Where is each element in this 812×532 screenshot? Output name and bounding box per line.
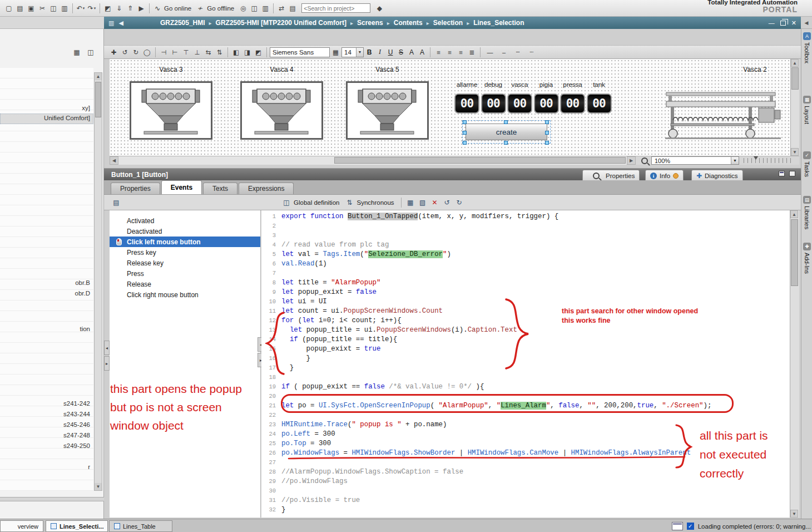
code-line[interactable]: 23HMIRuntime.Trace(" popup is " + po.nam… [261, 420, 790, 430]
portal-view-icon[interactable]: ◆ [374, 3, 385, 14]
code-line[interactable]: 9let popup_exixt = false [261, 288, 790, 297]
align-right-icon[interactable]: ⊢ [170, 47, 180, 57]
tab-overview[interactable]: verview [0, 520, 43, 532]
scrollbar-thumb[interactable] [95, 82, 101, 117]
selection-handle[interactable] [463, 141, 467, 145]
collapse-left-icon[interactable]: ◀ [118, 19, 123, 27]
text-align-center-icon[interactable]: ≡ [444, 47, 455, 57]
line-style-button[interactable]: ┄ [511, 47, 524, 57]
canvas-hscrollbar[interactable] [118, 156, 627, 165]
tree-item-label[interactable]: s247-248 [63, 432, 90, 439]
selection-handle[interactable] [545, 141, 549, 145]
code-line[interactable]: 31//po.Visible = true [261, 496, 790, 505]
script-editor[interactable]: 1export function Button_1_OnTapped(item,… [261, 210, 790, 518]
download-icon[interactable]: ⇓ [113, 3, 125, 14]
tree-item-label[interactable]: s243-244 [63, 411, 90, 417]
compile-icon[interactable]: ◩ [102, 3, 113, 14]
counter-display[interactable]: 00 [560, 93, 585, 114]
tab-texts[interactable]: Texts [203, 183, 237, 194]
tank-graphic[interactable] [240, 81, 323, 140]
distribute-v-icon[interactable]: ⇅ [214, 47, 225, 57]
side-tab-libraries[interactable]: ▤Libraries [801, 196, 812, 229]
sidebar-scrollbar[interactable]: ▲ ▼ [94, 72, 102, 491]
distribute-h-icon[interactable]: ⇆ [203, 47, 214, 57]
sidebar-expand-icon[interactable]: ▸ [104, 356, 110, 371]
code-line[interactable]: 12for (let i=0; i< count; i++){ [261, 316, 790, 326]
code-line[interactable]: 26po.WindowFlags = HMIWindowFlags.ShowBo… [261, 449, 790, 458]
scroll-up-icon[interactable]: ▲ [791, 59, 799, 67]
event-list-item[interactable]: Release key [110, 258, 260, 268]
code-line[interactable]: 8let title = "AlarmPopup" [261, 278, 790, 288]
code-line[interactable]: 17 } [261, 363, 790, 373]
underline-button[interactable]: U [385, 47, 395, 57]
sync-icon[interactable]: ⇅ [344, 197, 355, 208]
side-tab-add-ins[interactable]: ✚Add-Ins [801, 243, 812, 274]
align-left-icon[interactable]: ⊣ [159, 47, 169, 57]
tank-graphic[interactable] [346, 81, 429, 140]
collapse-panel-icon[interactable] [789, 171, 795, 176]
canvas-vscrollbar[interactable]: ▲ ▼ [790, 59, 799, 156]
code-line[interactable]: 4// read value from plc tag [261, 240, 790, 250]
tree-item-label[interactable]: s245-246 [63, 421, 90, 428]
scrollbar-thumb[interactable] [334, 157, 626, 164]
event-list-item[interactable]: Release [110, 279, 260, 289]
breadcrumb-item[interactable]: GRZ2505_HMI [160, 19, 205, 27]
scroll-right-icon[interactable]: ▶ [627, 156, 636, 165]
panel-tab-properties[interactable]: Properties [582, 170, 640, 181]
search-input[interactable] [301, 3, 370, 13]
window-split-icon[interactable]: ◫ [249, 3, 260, 14]
code-line[interactable]: 16 } [261, 354, 790, 363]
scroll-up-icon[interactable]: ▲ [790, 210, 798, 218]
code-line[interactable]: 5let val = Tags.Item("Selezione_DB_error… [261, 250, 790, 259]
scroll-down-icon[interactable]: ▼ [791, 148, 799, 156]
sidebar-collapse-icon[interactable]: ◂ [104, 341, 110, 355]
copy-icon[interactable]: ◫ [48, 3, 59, 14]
editor-tab-2[interactable]: Lines_Table [109, 520, 172, 532]
paste-icon[interactable]: ▥ [59, 3, 70, 14]
code-line[interactable]: 6val.Read(1) [261, 259, 790, 269]
event-list-item[interactable]: Activated [110, 215, 260, 226]
zoom-slider[interactable] [744, 158, 791, 163]
zoom-select[interactable]: 100% ▼ [651, 156, 739, 165]
event-list-item[interactable]: Press key [110, 247, 260, 258]
start-sim-icon[interactable]: ▶ [136, 3, 147, 14]
event-list-item[interactable]: Deactivated [110, 226, 260, 237]
counter-display[interactable]: 00 [507, 93, 532, 114]
counter-display[interactable]: 00 [587, 93, 612, 114]
justify-icon[interactable]: ≣ [467, 47, 477, 57]
new-project-icon[interactable]: ▢ [3, 3, 14, 14]
selection-handle[interactable] [545, 131, 549, 135]
code-line[interactable]: 2 [261, 221, 790, 231]
line-style-button[interactable]: – [497, 47, 511, 57]
code-line[interactable]: 10let ui = UI [261, 297, 790, 307]
code-line[interactable]: 22 [261, 411, 790, 420]
text-align-left-icon[interactable]: ≡ [433, 47, 444, 57]
tree-item-label[interactable]: r [88, 464, 90, 470]
breadcrumb-item[interactable]: Screens [357, 19, 383, 27]
tab-events[interactable]: Events [161, 180, 202, 194]
tab-expressions[interactable]: Expressions [239, 183, 294, 194]
font-size-select[interactable]: 14▼ [341, 47, 364, 57]
tree-item-label[interactable]: tion [80, 326, 90, 332]
breadcrumb-item[interactable]: Selection [433, 19, 463, 27]
event-list-item[interactable]: Click right mouse button [110, 289, 260, 300]
go-offline-icon[interactable]: ≁ [195, 3, 206, 14]
scroll-up-icon[interactable]: ▲ [95, 73, 102, 80]
scroll-down-icon[interactable]: ▼ [790, 510, 798, 518]
code-line[interactable]: 19if ( popup_exixt == false /*& val.Valu… [261, 382, 790, 392]
italic-button[interactable]: I [375, 47, 385, 57]
code-line[interactable]: 24po.Left = 300 [261, 430, 790, 439]
tree-item-label[interactable]: s249-250 [63, 442, 90, 449]
crossref-icon[interactable]: ⇄ [276, 3, 287, 14]
scroll-left-icon[interactable]: ◀ [110, 156, 118, 165]
panel-tab-diagnostics[interactable]: ✚Diagnostics [691, 170, 743, 181]
code-line[interactable]: 20 [261, 392, 790, 401]
font-increase-button[interactable]: A [407, 47, 417, 57]
accessible-devices-icon[interactable]: ◎ [237, 3, 249, 14]
selection-handle[interactable] [545, 120, 549, 124]
event-list-item[interactable]: Click left mouse button [110, 237, 260, 247]
go-online-icon[interactable]: ∿ [152, 3, 163, 14]
scroll-down-icon[interactable]: ▼ [95, 483, 102, 490]
collapse-right-icon[interactable]: ◀ [801, 17, 812, 29]
code-line[interactable]: 25po.Top = 300 [261, 439, 790, 449]
